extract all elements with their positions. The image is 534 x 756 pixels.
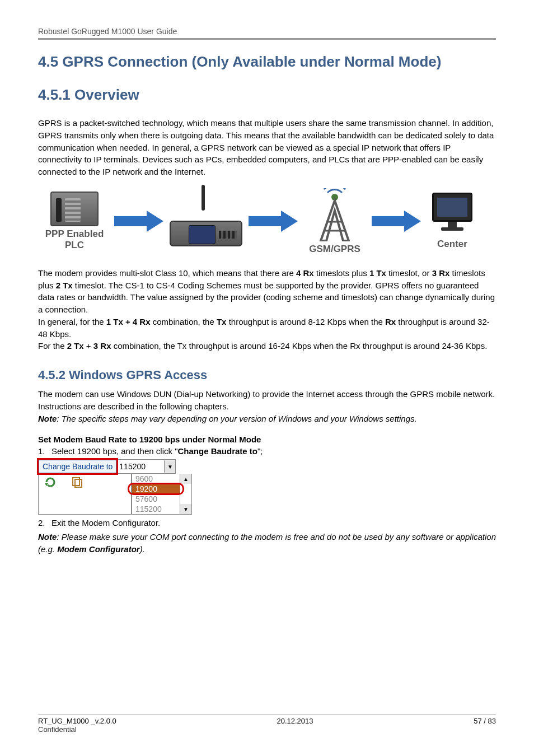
center-label: Center <box>437 239 467 250</box>
header-rule <box>38 38 496 40</box>
windows-gprs-paragraph: The modem can use Windows DUN (Dial-up N… <box>38 388 496 413</box>
overview-paragraph-4: For the 2 Tx + 3 Rx combination, the Tx … <box>38 340 496 352</box>
heading-4-5-2: 4.5.2 Windows GPRS Access <box>38 368 496 382</box>
overview-paragraph-2: The modem provides multi-slot Class 10, … <box>38 267 496 316</box>
plc-device-icon <box>50 192 99 226</box>
com-port-note: Note: Please make sure your COM port con… <box>38 531 496 556</box>
change-baudrate-button[interactable]: Change Baudrate to <box>39 460 116 473</box>
cell-tower-icon <box>310 188 360 241</box>
refresh-icon[interactable] <box>44 476 57 488</box>
heading-4-5-1: 4.5.1 Overview <box>38 86 496 104</box>
gprs-topology-diagram: PPP Enabled PLC GSM/GPRS Center <box>38 188 496 255</box>
overview-paragraph-3: In general, for the 1 Tx + 4 Rx combinat… <box>38 316 496 340</box>
pc-icon <box>430 193 475 236</box>
svg-marker-1 <box>249 211 298 232</box>
footer-date: 20.12.2013 <box>277 717 313 734</box>
svg-marker-3 <box>372 211 421 232</box>
overview-paragraph-1: GPRS is a packet-switched technology, wh… <box>38 117 496 178</box>
baudrate-option[interactable]: 57600 <box>132 494 180 504</box>
svg-marker-0 <box>114 211 163 232</box>
baudrate-option[interactable]: 115200 <box>132 504 180 514</box>
page-footer: RT_UG_M1000 _v.2.0.0 Confidential 20.12.… <box>38 714 496 734</box>
header-doc-title: Robustel GoRugged M1000 User Guide <box>38 27 496 36</box>
copy-icon[interactable] <box>71 476 83 488</box>
baudrate-option-selected[interactable]: 19200 <box>132 484 180 494</box>
windows-gprs-note: Note: The specific steps may vary depend… <box>38 413 496 425</box>
baudrate-input[interactable] <box>117 460 164 473</box>
arrow-icon <box>113 208 165 234</box>
dropdown-toggle-icon[interactable]: ▼ <box>164 460 175 473</box>
footer-confidential: Confidential <box>38 725 116 734</box>
arrow-icon <box>247 208 299 234</box>
arrow-icon <box>371 208 422 234</box>
step-2: 2.Exit the Modem Configurator. <box>38 518 496 528</box>
scroll-up-icon[interactable]: ▲ <box>180 474 191 484</box>
step-1: 1.Select 19200 bps, and then click "Chan… <box>38 446 496 456</box>
heading-4-5: 4.5 GPRS Connection (Only Available unde… <box>38 53 496 71</box>
baudrate-option[interactable]: 9600 <box>132 474 180 484</box>
set-baud-subheading: Set Modem Baud Rate to 19200 bps under N… <box>38 435 496 444</box>
scroll-down-icon[interactable]: ▼ <box>180 504 191 514</box>
gsm-gprs-label: GSM/GPRS <box>309 244 360 255</box>
baudrate-dropdown-list: 9600 19200 57600 115200 <box>132 474 180 515</box>
modem-device-icon <box>167 196 245 246</box>
plc-label: PPP Enabled PLC <box>38 228 111 251</box>
baudrate-widget: Change Baudrate to ▼ 9600 19200 57600 11… <box>38 459 496 515</box>
footer-page-number: 57 / 83 <box>474 717 496 734</box>
footer-doc-id: RT_UG_M1000 _v.2.0.0 <box>38 717 116 725</box>
